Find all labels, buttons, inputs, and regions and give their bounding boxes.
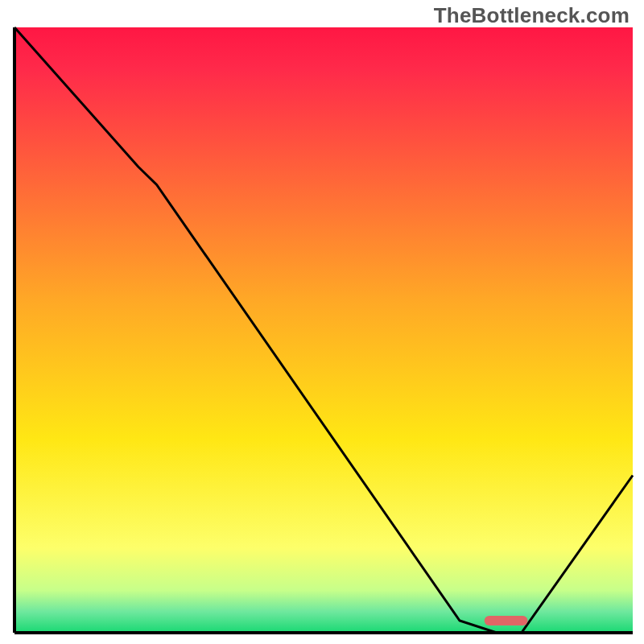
plot-background	[14, 27, 633, 633]
optimal-range-marker	[485, 616, 528, 625]
watermark-text: TheBottleneck.com	[434, 3, 630, 28]
bottleneck-chart	[0, 0, 644, 644]
chart-container: { "watermark": "TheBottleneck.com", "cha…	[0, 0, 644, 644]
